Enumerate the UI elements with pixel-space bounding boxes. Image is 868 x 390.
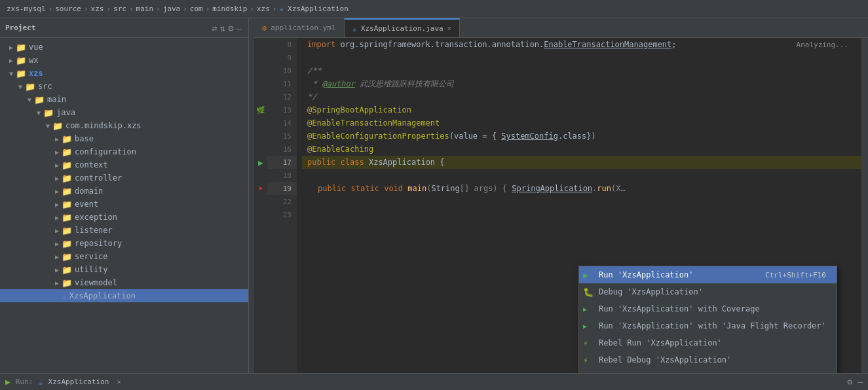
tree-arrow-viewmodel: ▶ — [52, 279, 62, 287]
tree-item-java[interactable]: ▼ 📁 java — [0, 106, 248, 119]
tree-arrow-listener: ▶ — [52, 227, 62, 234]
menu-item-run[interactable]: ▶ Run 'XzsApplication' Ctrl+Shift+F10 — [579, 266, 837, 283]
tree-item-wx[interactable]: ▶ 📁 wx — [0, 54, 248, 67]
tree-label-service: service — [75, 252, 108, 261]
tree-item-domain[interactable]: ▶ 📁 domain — [0, 185, 248, 198]
tree-item-context[interactable]: ▶ 📁 context — [0, 158, 248, 171]
gutter-cell-22 — [254, 195, 267, 208]
gutter-cell-13: 🌿 — [254, 103, 267, 116]
tree-item-xzs[interactable]: ▼ 📁 xzs — [0, 67, 248, 80]
tab-xzsapplication-java[interactable]: ☕ XzsApplication.java × — [345, 18, 460, 37]
tree-item-package[interactable]: ▼ 📁 com.mindskip.xzs — [0, 119, 248, 132]
menu-item-modify[interactable]: Modify Run Configuration... — [579, 368, 837, 373]
title-class-name: XzsApplication — [288, 5, 349, 13]
tabs-bar: ⚙ application.yml ☕ XzsApplication.java … — [254, 18, 868, 38]
folder-icon-service: 📁 — [62, 252, 72, 262]
code-line-11: * @author 武汉思维跳跃科技有限公司 — [302, 77, 861, 90]
tree-label-listener: listener — [75, 226, 113, 235]
run-bar-minimize-icon[interactable]: — — [858, 377, 863, 387]
sidebar-expand-icon[interactable]: ⇅ — [219, 22, 227, 35]
menu-item-rebel-debug[interactable]: ⚡ Rebel Debug 'XzsApplication' — [579, 351, 837, 368]
tree-label-src: src — [38, 82, 52, 91]
sidebar-minimize-icon[interactable]: — — [235, 22, 243, 35]
title-part-main: main — [136, 5, 154, 13]
title-part-java: java — [163, 5, 181, 13]
menu-item-rebel-run-label: Rebel Run 'XzsApplication' — [599, 338, 722, 347]
title-bar: zxs-mysql › source › xzs › src › main › … — [0, 0, 868, 18]
run-bar: ▶ Run: ☕ XzsApplication × ⚙ — — [0, 373, 868, 390]
code-line-12: */ — [302, 90, 861, 103]
folder-icon-event: 📁 — [62, 200, 72, 209]
sidebar-header: Project ⇄ ⇅ ⚙ — — [0, 18, 248, 38]
tree-arrow-utility: ▶ — [52, 266, 62, 274]
tree-item-controller[interactable]: ▶ 📁 controller — [0, 171, 248, 185]
menu-item-run-flight[interactable]: ▶ Run 'XzsApplication' with 'Java Flight… — [579, 317, 837, 334]
vertical-scrollbar[interactable] — [861, 38, 868, 373]
run-bar-gear-icon[interactable]: ⚙ — [847, 377, 852, 387]
tree-item-configuration[interactable]: ▶ 📁 configuration — [0, 145, 248, 158]
spring-boot-icon[interactable]: 🌿 — [256, 106, 265, 115]
folder-icon-controller: 📁 — [62, 173, 72, 183]
menu-item-rebel-run[interactable]: ⚡ Rebel Run 'XzsApplication' — [579, 334, 837, 351]
tab-close-java[interactable]: × — [447, 25, 451, 32]
line-num-8: 8 — [267, 38, 297, 51]
tree-label-controller: controller — [75, 173, 122, 183]
menu-item-run-coverage-label: Run 'XzsApplication' with Coverage — [599, 304, 760, 313]
tree-arrow-domain: ▶ — [52, 188, 62, 195]
line-num-23: 23 — [267, 208, 297, 221]
run-bar-close[interactable]: × — [117, 378, 121, 386]
tab-label-yml: application.yml — [271, 24, 335, 32]
code-line-8: import org.springframework.transaction.a… — [302, 38, 861, 51]
run-bar-prefix: Run: — [16, 378, 33, 386]
tree-item-viewmodel[interactable]: ▶ 📁 viewmodel — [0, 276, 248, 289]
run-bar-label: XzsApplication — [48, 378, 109, 386]
title-part-src: src — [113, 5, 126, 13]
run-gutter-icon[interactable]: ▶ — [258, 158, 263, 168]
tab-icon-yml: ⚙ — [262, 24, 267, 33]
run-flight-menu-icon: ▶ — [583, 323, 587, 330]
title-part-com: com — [190, 5, 203, 13]
tree-label-event: event — [75, 200, 98, 209]
sidebar-settings-icon[interactable]: ⚙ — [227, 22, 235, 35]
tree-item-main[interactable]: ▼ 📁 main — [0, 93, 248, 106]
code-line-9 — [302, 51, 861, 64]
tree-item-event[interactable]: ▶ 📁 event — [0, 198, 248, 211]
tree-item-xzsapplication[interactable]: ▶ ☕ XzsApplication — [0, 289, 248, 302]
code-line-16: @EnableCaching — [302, 143, 861, 156]
line-num-13: 13 — [267, 103, 297, 116]
tree-item-service[interactable]: ▶ 📁 service — [0, 250, 248, 263]
tree-item-src[interactable]: ▼ 📁 src — [0, 80, 248, 93]
tab-label-java: XzsApplication.java — [361, 24, 443, 33]
tree-arrow-xzsapplication: ▶ — [52, 292, 62, 300]
tree-item-exception[interactable]: ▶ 📁 exception — [0, 211, 248, 224]
tree-item-utility[interactable]: ▶ 📁 utility — [0, 263, 248, 276]
tree-arrow-context: ▶ — [52, 162, 62, 169]
line-num-10: 10 — [267, 64, 297, 77]
java-icon-xzsapplication: ☕ — [62, 291, 67, 301]
tree-item-vue[interactable]: ▶ 📁 vue — [0, 41, 248, 54]
run-arrow-icon: ➤ — [258, 183, 263, 194]
line-num-9: 9 — [267, 51, 297, 64]
tree-item-repository[interactable]: ▶ 📁 repository — [0, 237, 248, 250]
rebel-debug-menu-icon: ⚡ — [583, 355, 588, 365]
tab-application-yml[interactable]: ⚙ application.yml — [254, 18, 345, 37]
code-line-14: @EnableTransactionManagement — [302, 116, 861, 130]
line-num-18: 18 — [267, 169, 297, 182]
tree-label-package: com.mindskip.xzs — [66, 121, 142, 130]
line-num-19: 19 — [267, 182, 297, 195]
tree-item-base[interactable]: ▶ 📁 base — [0, 132, 248, 145]
folder-icon-java: 📁 — [43, 108, 54, 118]
tree-arrow-vue: ▶ — [7, 44, 16, 51]
menu-item-run-coverage[interactable]: ▶ Run 'XzsApplication' with Coverage — [579, 300, 837, 317]
menu-item-debug[interactable]: 🐛 Debug 'XzsApplication' — [579, 283, 837, 300]
title-part-mindskip: mindskip — [212, 5, 247, 13]
editor-gutter: 🌿 ▶ ➤ — [254, 38, 267, 373]
side-strip — [249, 18, 254, 373]
title-part-source: source — [55, 5, 81, 13]
tree-label-java: java — [56, 108, 75, 117]
folder-icon-domain: 📁 — [62, 186, 72, 196]
tree-arrow-wx: ▶ — [7, 57, 16, 64]
sidebar-collapse-icon[interactable]: ⇄ — [210, 22, 218, 35]
tree-item-listener[interactable]: ▶ 📁 listener — [0, 224, 248, 237]
gutter-cell-19: ➤ — [254, 182, 267, 195]
